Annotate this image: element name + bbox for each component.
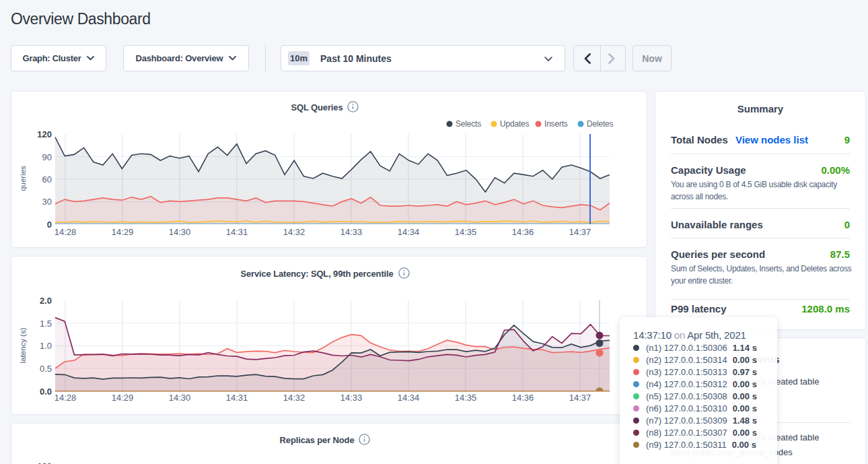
svg-text:14:29: 14:29 (112, 227, 134, 237)
svg-text:latency (s): latency (s) (19, 327, 27, 363)
svg-text:0: 0 (47, 220, 52, 230)
svg-text:120: 120 (37, 461, 52, 464)
svg-text:14:37: 14:37 (569, 227, 591, 237)
svg-text:14:33: 14:33 (340, 227, 363, 237)
svg-text:14:30: 14:30 (169, 227, 191, 237)
svg-text:Selects: Selects (456, 119, 481, 129)
svg-text:14:37: 14:37 (569, 393, 591, 403)
svg-text:90: 90 (42, 152, 52, 162)
svg-text:14:36: 14:36 (512, 393, 534, 403)
svg-text:0.5: 0.5 (40, 364, 52, 374)
svg-text:14:29: 14:29 (112, 393, 134, 403)
svg-text:14:31: 14:31 (226, 227, 248, 237)
svg-text:14:34: 14:34 (398, 393, 420, 403)
svg-text:14:28: 14:28 (55, 393, 77, 403)
svg-text:14:31: 14:31 (226, 393, 248, 403)
svg-text:14:30: 14:30 (169, 393, 191, 403)
svg-text:60: 60 (42, 174, 52, 185)
svg-text:120: 120 (37, 129, 52, 139)
svg-text:0.0: 0.0 (40, 387, 52, 397)
svg-text:Deletes: Deletes (587, 119, 613, 129)
svg-text:14:36: 14:36 (512, 227, 534, 237)
svg-text:queries: queries (19, 166, 27, 191)
svg-text:2.0: 2.0 (40, 296, 52, 306)
svg-text:14:35: 14:35 (455, 393, 477, 403)
svg-text:14:34: 14:34 (398, 227, 420, 237)
svg-text:14:32: 14:32 (283, 227, 305, 237)
svg-text:1.0: 1.0 (40, 341, 52, 351)
svg-text:Updates: Updates (500, 119, 529, 129)
svg-text:Inserts: Inserts (544, 119, 568, 129)
svg-text:14:28: 14:28 (55, 227, 77, 237)
svg-text:14:35: 14:35 (455, 227, 477, 237)
svg-text:14:33: 14:33 (340, 393, 363, 403)
svg-text:14:32: 14:32 (283, 393, 305, 403)
svg-text:1.5: 1.5 (40, 319, 52, 329)
svg-text:30: 30 (42, 197, 52, 207)
